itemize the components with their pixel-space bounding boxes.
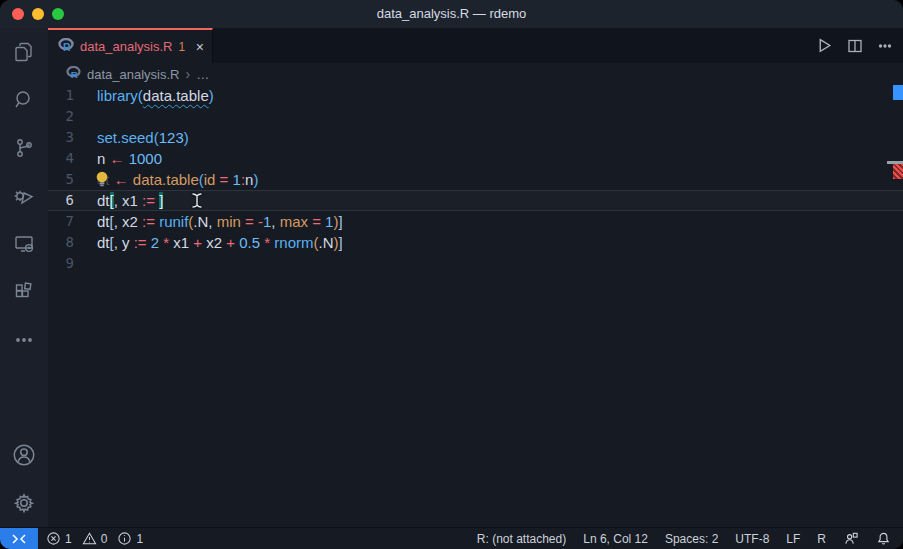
code-line[interactable]: 4n ← 1000 <box>48 148 903 169</box>
code-text: library(data.table) <box>97 85 214 106</box>
code-token: data.table <box>143 87 209 104</box>
activity-bar <box>0 28 48 527</box>
extensions-icon[interactable] <box>0 268 48 316</box>
remote-explorer-icon[interactable] <box>0 220 48 268</box>
cursor-position-status[interactable]: Ln 6, Col 12 <box>583 532 648 546</box>
code-token: id <box>204 171 216 188</box>
code-text: dt[, x2 := runif(.N, min = -1, max = 1)] <box>97 211 343 232</box>
code-token: = <box>245 213 254 230</box>
svg-text:R: R <box>63 40 71 52</box>
code-token: , x2 <box>114 213 142 230</box>
code-token: rnorm <box>274 234 313 251</box>
problems-status[interactable]: 1 0 1 <box>38 531 151 546</box>
language-mode-status[interactable]: R <box>817 532 826 546</box>
warnings-count: 0 <box>101 532 108 546</box>
split-editor-button[interactable] <box>847 38 863 54</box>
more-views-icon[interactable] <box>0 316 48 364</box>
account-icon[interactable] <box>0 431 48 479</box>
source-control-icon[interactable] <box>0 124 48 172</box>
code-text: dt[, y := 2 * x1 + x2 + 0.5 * rnorm(.N)] <box>97 232 343 253</box>
editor-actions <box>816 28 893 63</box>
svg-text:R: R <box>71 69 78 79</box>
settings-gear-icon[interactable] <box>0 479 48 527</box>
code-token: ] <box>338 234 342 251</box>
line-number: 7 <box>48 211 97 232</box>
code-token: n <box>97 150 110 167</box>
code-token: data.table <box>133 171 199 188</box>
code-text: dt[, x1 := ] <box>97 190 163 211</box>
explorer-icon[interactable] <box>0 28 48 76</box>
code-token: ) <box>253 171 258 188</box>
code-token: ← <box>110 150 125 167</box>
run-file-button[interactable] <box>816 37 833 54</box>
code-line[interactable]: 7dt[, x2 := runif(.N, min = -1, max = 1)… <box>48 211 903 232</box>
code-token: ] <box>338 213 342 230</box>
code-token: 123 <box>159 129 184 146</box>
r-file-icon: R <box>58 38 74 56</box>
code-line[interactable]: 8dt[, y := 2 * x1 + x2 + 0.5 * rnorm(.N)… <box>48 232 903 253</box>
vscode-window: data_analysis.R — rdemo <box>0 0 903 549</box>
feedback-icon[interactable] <box>843 531 859 546</box>
editor[interactable]: 1library(data.table)23set.seed(123)4n ← … <box>48 85 903 527</box>
code-token: , <box>271 213 279 230</box>
code-token: = <box>312 213 321 230</box>
tab-data-analysis[interactable]: R data_analysis.R 1 × <box>48 28 213 63</box>
run-debug-icon[interactable] <box>0 172 48 220</box>
line-number: 9 <box>48 253 97 274</box>
search-icon[interactable] <box>0 76 48 124</box>
code-token: 0.5 <box>239 234 260 251</box>
editor-more-actions-button[interactable] <box>877 38 893 54</box>
line-number: 6 <box>48 190 97 211</box>
tab-problem-badge: 1 <box>179 40 186 54</box>
indentation-status[interactable]: Spaces: 2 <box>665 532 718 546</box>
tab-bar: R data_analysis.R 1 × <box>48 28 903 63</box>
code-token: + <box>226 234 235 251</box>
remote-indicator[interactable] <box>0 528 38 549</box>
tab-close-icon[interactable]: × <box>196 40 204 54</box>
code-token: .N <box>318 234 333 251</box>
code-token: x1 <box>169 234 193 251</box>
code-token: 1 <box>233 171 241 188</box>
infos-icon <box>117 531 132 546</box>
code-line[interactable]: 9 <box>48 253 903 274</box>
notifications-bell-icon[interactable] <box>876 531 891 546</box>
eol-status[interactable]: LF <box>786 532 800 546</box>
breadcrumb-separator: › <box>186 66 191 82</box>
code-token: min <box>217 213 241 230</box>
code-token: 1000 <box>129 150 162 167</box>
warnings-icon <box>82 531 97 546</box>
code-token: := <box>142 213 155 230</box>
window-title: data_analysis.R — rdemo <box>0 0 903 28</box>
overview-ruler-error-marker <box>893 164 903 179</box>
code-token: ) <box>184 129 189 146</box>
code-token: set.seed <box>97 129 154 146</box>
code-token: dt <box>97 213 110 230</box>
code-line[interactable]: 5dt ← data.table(id = 1:n) <box>48 169 903 190</box>
code-token: + <box>193 234 202 251</box>
line-number: 5 <box>48 169 97 190</box>
code-token: ] <box>159 192 163 209</box>
line-number: 8 <box>48 232 97 253</box>
line-number: 2 <box>48 106 97 127</box>
code-line[interactable]: 3set.seed(123) <box>48 127 903 148</box>
overview-ruler-info-marker <box>893 85 903 100</box>
code-token: dt <box>97 192 110 209</box>
code-line[interactable]: 2 <box>48 106 903 127</box>
breadcrumb[interactable]: R data_analysis.R › … <box>48 63 903 85</box>
code-line[interactable]: 1library(data.table) <box>48 85 903 106</box>
breadcrumb-file[interactable]: data_analysis.R <box>87 67 180 82</box>
code-text: n ← 1000 <box>97 148 162 169</box>
infos-count: 1 <box>136 532 143 546</box>
code-token: ← <box>114 171 129 188</box>
code-token: .N, <box>193 213 216 230</box>
title-bar: data_analysis.R — rdemo <box>0 0 903 28</box>
code-lines: 1library(data.table)23set.seed(123)4n ← … <box>48 85 903 274</box>
code-token: library <box>97 87 138 104</box>
r-session-status[interactable]: R: (not attached) <box>477 532 566 546</box>
code-line[interactable]: 6dt[, x1 := ] <box>48 190 903 211</box>
breadcrumb-symbol-ellipsis[interactable]: … <box>196 67 209 82</box>
line-number: 4 <box>48 148 97 169</box>
tab-label: data_analysis.R <box>80 39 173 54</box>
encoding-status[interactable]: UTF-8 <box>735 532 769 546</box>
line-number: 1 <box>48 85 97 106</box>
